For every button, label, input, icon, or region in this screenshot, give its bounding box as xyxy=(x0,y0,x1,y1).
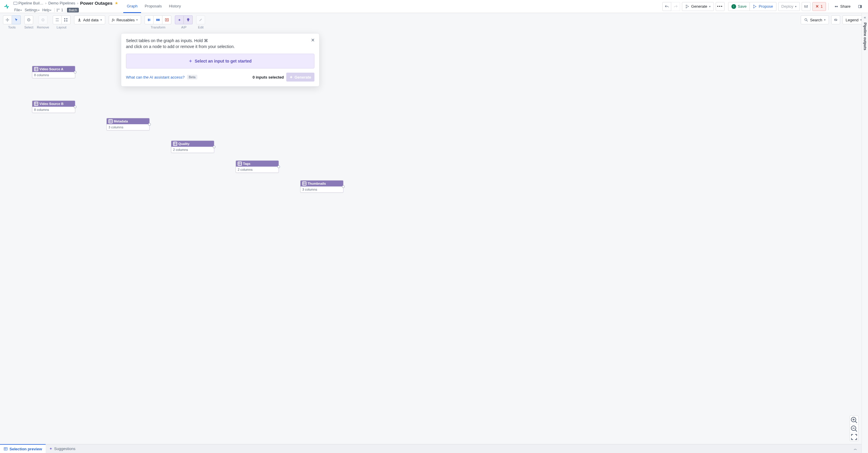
zoom-out-button[interactable] xyxy=(850,424,858,432)
generate-button[interactable]: Generate ▾ xyxy=(682,2,714,11)
errors-button[interactable]: ✕ 1 xyxy=(812,2,826,11)
panel-toggle-button[interactable] xyxy=(856,2,864,11)
svg-rect-36 xyxy=(109,120,112,123)
function-icon: fx xyxy=(112,18,115,22)
toolgroup-label: Transform xyxy=(151,26,166,29)
share-button[interactable]: Share xyxy=(831,2,854,11)
node-output-port[interactable] xyxy=(342,185,345,188)
svg-rect-35 xyxy=(35,102,38,105)
chevron-right-icon: › xyxy=(76,1,80,5)
settings-grid-button[interactable] xyxy=(802,2,810,11)
branch-icon xyxy=(56,8,60,12)
redo-button[interactable] xyxy=(671,2,680,11)
more-button[interactable]: ••• xyxy=(716,2,724,11)
svg-point-1 xyxy=(57,9,58,10)
node-output-port[interactable] xyxy=(74,105,76,108)
link-icon xyxy=(834,18,838,22)
aip-sparkle-button[interactable]: ✦ xyxy=(175,16,184,24)
transform-a-button[interactable] xyxy=(145,16,154,24)
svg-point-21 xyxy=(57,19,57,19)
popover-generate-button[interactable]: ✦ Generate xyxy=(286,72,314,82)
layout-grid-button[interactable] xyxy=(62,16,70,24)
pan-tool-button[interactable] xyxy=(3,16,12,24)
ai-access-link[interactable]: What can the AI assistant access? xyxy=(126,75,185,80)
layout-dots-icon xyxy=(55,18,59,22)
graph-node-tags[interactable]: Tags2 columns xyxy=(236,160,279,173)
search-button[interactable]: Search ▾ xyxy=(801,16,829,24)
select-tool-button[interactable] xyxy=(12,16,21,24)
transform-c-button[interactable] xyxy=(162,16,171,24)
popover-close-button[interactable]: ✕ xyxy=(309,36,316,43)
branch-indicator[interactable]: 1 xyxy=(56,8,63,12)
node-subtitle: 2 columns xyxy=(236,167,279,173)
toolgroup-layout: Layout xyxy=(53,16,70,29)
app-logo[interactable] xyxy=(2,2,11,11)
node-header[interactable]: Tags xyxy=(236,161,279,167)
star-icon[interactable]: ★ xyxy=(115,1,118,5)
remove-button[interactable] xyxy=(38,16,48,24)
node-output-port[interactable] xyxy=(74,71,76,73)
graph-canvas[interactable]: Video Source A8 columnsVideo Source B8 c… xyxy=(0,30,862,444)
node-header[interactable]: Thumbnails xyxy=(301,181,343,186)
graph-node-metadata[interactable]: Metadata3 columns xyxy=(106,118,150,130)
undo-button[interactable] xyxy=(662,2,671,11)
node-header[interactable]: Quality xyxy=(171,141,214,147)
sparkle-icon: ✦ xyxy=(189,59,192,63)
node-header[interactable]: Video Source B xyxy=(32,101,75,107)
transform-b-button[interactable] xyxy=(154,16,162,24)
node-header[interactable]: Metadata xyxy=(107,118,149,124)
link-view-button[interactable] xyxy=(831,16,840,24)
aip-idea-button[interactable] xyxy=(184,16,193,24)
zoom-in-button[interactable] xyxy=(850,416,858,424)
tab-proposals[interactable]: Proposals xyxy=(141,0,165,13)
fit-icon xyxy=(850,433,858,441)
reusables-button[interactable]: fx Reusables ▾ xyxy=(109,16,142,24)
toolgroup-tools: Tools xyxy=(3,16,21,29)
error-icon: ✕ xyxy=(815,4,819,9)
node-output-port[interactable] xyxy=(148,123,151,126)
grid-icon xyxy=(64,18,68,22)
tab-history[interactable]: History xyxy=(165,0,184,13)
graph-node-thumbnails[interactable]: Thumbnails3 columns xyxy=(300,180,343,193)
svg-point-5 xyxy=(686,7,687,8)
edit-button[interactable] xyxy=(196,16,205,24)
pencil-icon xyxy=(198,18,203,22)
target-select-button[interactable] xyxy=(24,16,33,24)
node-output-port[interactable] xyxy=(277,165,280,168)
breadcrumb-root[interactable]: Pipeline Buil… xyxy=(18,0,44,6)
undo-icon xyxy=(665,4,669,9)
bottom-tab-selection-preview[interactable]: Selection preview xyxy=(0,444,45,453)
graph-node-quality[interactable]: Quality2 columns xyxy=(171,141,214,153)
popover-starter[interactable]: ✦ Select an input to get started xyxy=(126,54,314,68)
layout-auto-button[interactable] xyxy=(53,16,62,24)
remove-icon xyxy=(41,18,45,22)
node-subtitle: 3 columns xyxy=(301,186,343,192)
bottom-tab-suggestions[interactable]: ✦ Suggestions xyxy=(45,444,79,453)
inputs-selected-count: 0 inputs selected xyxy=(252,75,284,80)
svg-point-10 xyxy=(804,5,805,6)
transform-icon xyxy=(147,18,151,22)
add-data-button[interactable]: Add data ▾ xyxy=(74,16,105,24)
rail-collapse-button[interactable]: « xyxy=(862,13,868,21)
menu-file[interactable]: File▾ xyxy=(13,7,23,13)
breadcrumb-folder[interactable]: Demo Pipelines xyxy=(48,0,76,6)
rail-pipeline-outputs[interactable]: Pipeline outputs xyxy=(863,23,867,50)
branch-count: 1 xyxy=(61,8,63,12)
save-button[interactable]: ↑ Save xyxy=(728,2,750,11)
graph-node-video-source-a[interactable]: Video Source A8 columns xyxy=(32,66,75,78)
bottom-expand-button[interactable]: ︽ xyxy=(851,445,859,453)
aip-popover: ✕ Select tables on the graph as inputs. … xyxy=(121,33,319,87)
graph-node-video-source-b[interactable]: Video Source B8 columns xyxy=(32,100,75,113)
menu-help[interactable]: Help▾ xyxy=(41,7,53,13)
node-title: Quality xyxy=(178,142,189,146)
tab-graph[interactable]: Graph xyxy=(123,0,141,13)
propose-button[interactable]: Propose xyxy=(750,2,776,11)
batch-chip[interactable]: Batch xyxy=(67,8,79,12)
toolgroup-remove: Remove xyxy=(37,16,49,29)
menu-settings[interactable]: Settings▾ xyxy=(23,7,40,13)
deploy-button[interactable]: Deploy ▾ xyxy=(778,2,800,11)
zoom-fit-button[interactable] xyxy=(850,432,858,441)
node-header[interactable]: Video Source A xyxy=(32,66,75,72)
more-icon: ••• xyxy=(717,4,723,9)
node-output-port[interactable] xyxy=(213,146,215,148)
